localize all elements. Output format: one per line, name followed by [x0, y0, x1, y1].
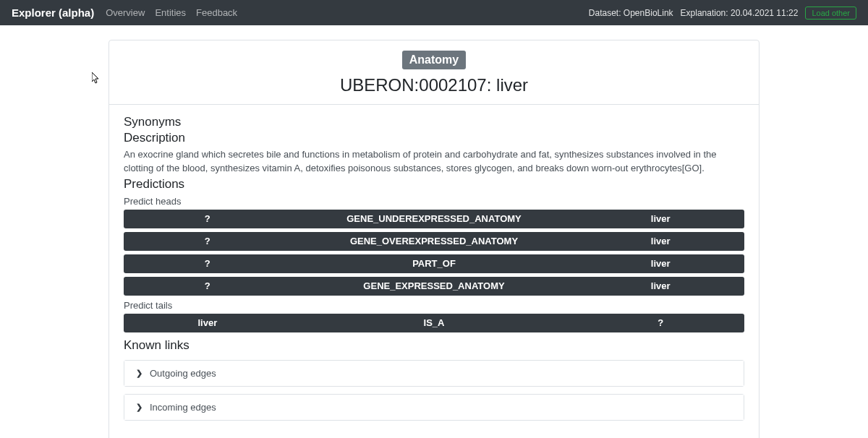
- predict-head-row[interactable]: ? GENE_EXPRESSED_ANATOMY liver: [124, 277, 744, 296]
- known-links-heading: Known links: [124, 338, 744, 353]
- navbar-links: Overview Entities Feedback: [106, 7, 237, 18]
- pred-rel: GENE_OVEREXPRESSED_ANATOMY: [292, 232, 577, 251]
- predict-heads-label: Predict heads: [124, 196, 744, 207]
- accordion-header-outgoing[interactable]: ❯ Outgoing edges: [124, 361, 744, 386]
- incoming-edges-accordion[interactable]: ❯ Incoming edges: [124, 394, 744, 421]
- nav-link-overview[interactable]: Overview: [106, 7, 145, 18]
- navbar: Explorer (alpha) Overview Entities Feedb…: [0, 0, 868, 25]
- predict-head-row[interactable]: ? GENE_UNDEREXPRESSED_ANATOMY liver: [124, 210, 744, 228]
- entity-title: UBERON:0002107: liver: [124, 75, 744, 95]
- accordion-header-incoming[interactable]: ❯ Incoming edges: [124, 395, 744, 420]
- pred-tail: liver: [576, 210, 744, 228]
- pred-tail: liver: [576, 232, 744, 251]
- incoming-edges-label: Incoming edges: [150, 402, 216, 413]
- nav-link-feedback[interactable]: Feedback: [196, 7, 237, 18]
- predict-head-row[interactable]: ? PART_OF liver: [124, 254, 744, 273]
- pred-tail: liver: [576, 254, 744, 273]
- pred-head: liver: [124, 314, 292, 332]
- pred-rel: GENE_EXPRESSED_ANATOMY: [292, 277, 577, 296]
- pred-head: ?: [124, 254, 292, 273]
- description-text: An exocrine gland which secretes bile an…: [124, 148, 744, 176]
- cursor-icon: [92, 72, 101, 86]
- pred-head: ?: [124, 232, 292, 251]
- dataset-label: Dataset: OpenBioLink: [589, 8, 673, 18]
- predict-tails-label: Predict tails: [124, 300, 744, 311]
- entity-card: Anatomy UBERON:0002107: liver Synonyms D…: [109, 40, 760, 438]
- pred-tail: ?: [576, 314, 744, 332]
- predictions-heading: Predictions: [124, 177, 744, 192]
- pred-rel: IS_A: [292, 314, 577, 332]
- load-other-button[interactable]: Load other: [805, 7, 856, 20]
- app-brand[interactable]: Explorer (alpha): [12, 7, 94, 19]
- description-heading: Description: [124, 131, 744, 145]
- pred-rel: PART_OF: [292, 254, 577, 273]
- outgoing-edges-label: Outgoing edges: [150, 368, 216, 379]
- chevron-right-icon: ❯: [136, 369, 142, 378]
- explanation-label: Explanation: 20.04.2021 11:22: [681, 8, 799, 18]
- pred-head: ?: [124, 277, 292, 296]
- outgoing-edges-accordion[interactable]: ❯ Outgoing edges: [124, 360, 744, 387]
- pred-head: ?: [124, 210, 292, 228]
- card-body: Synonyms Description An exocrine gland w…: [109, 105, 759, 438]
- card-header: Anatomy UBERON:0002107: liver: [109, 40, 759, 105]
- navbar-left: Explorer (alpha) Overview Entities Feedb…: [12, 7, 237, 19]
- pred-rel: GENE_UNDEREXPRESSED_ANATOMY: [292, 210, 577, 228]
- predict-tail-row[interactable]: liver IS_A ?: [124, 314, 744, 332]
- nav-link-entities[interactable]: Entities: [155, 7, 186, 18]
- synonyms-heading: Synonyms: [124, 115, 744, 129]
- category-badge: Anatomy: [402, 51, 466, 69]
- navbar-right: Dataset: OpenBioLink Explanation: 20.04.…: [589, 7, 856, 20]
- chevron-right-icon: ❯: [136, 403, 142, 412]
- predict-head-row[interactable]: ? GENE_OVEREXPRESSED_ANATOMY liver: [124, 232, 744, 251]
- pred-tail: liver: [576, 277, 744, 296]
